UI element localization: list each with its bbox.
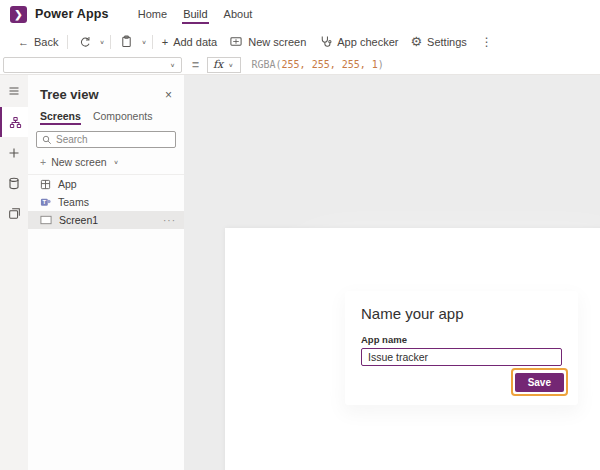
canvas-workspace: Name your app App name Save [184, 75, 600, 470]
search-icon [42, 135, 52, 145]
search-input[interactable] [56, 134, 170, 145]
logo-glyph: ❯ [14, 9, 22, 20]
tree-view-panel: Tree view × Screens Components + New scr… [28, 75, 184, 470]
fx-dropdown[interactable]: fx ∨ [207, 57, 241, 73]
paste-button[interactable] [114, 28, 140, 55]
clipboard-icon [120, 35, 134, 49]
tab-screens[interactable]: Screens [40, 110, 81, 125]
more-options-button[interactable]: ⋮ [473, 35, 501, 49]
app-checker-button[interactable]: App checker [312, 28, 404, 55]
app-name-field[interactable] [361, 348, 562, 366]
settings-button[interactable]: ⚙ Settings [404, 28, 472, 55]
insert-plus-icon[interactable] [0, 139, 28, 167]
menu-icon[interactable] [0, 77, 28, 105]
nav-build[interactable]: Build [182, 1, 208, 27]
stethoscope-icon [318, 35, 332, 49]
screen-icon [40, 215, 52, 225]
plus-icon: + [40, 156, 46, 168]
panel-header: Tree view × [28, 75, 184, 102]
new-screen-button[interactable]: New screen [223, 28, 312, 55]
new-screen-dropdown[interactable]: + New screen ∨ [28, 148, 184, 175]
dialog-title: Name your app [361, 305, 562, 322]
undo-dropdown-chevron[interactable]: ∨ [97, 38, 106, 44]
tab-components[interactable]: Components [93, 110, 153, 125]
search-box[interactable] [36, 131, 176, 148]
app-checker-label: App checker [337, 36, 398, 48]
tree-list: App T Teams Screen1 ··· [28, 175, 184, 229]
brand-title: Power Apps [35, 7, 109, 21]
add-data-button[interactable]: + Add data [156, 28, 223, 55]
property-chevron-icon: ∨ [168, 61, 177, 67]
top-nav: Home Build About [137, 1, 254, 27]
tree-item-label: App [58, 178, 77, 190]
new-screen-label: New screen [248, 36, 306, 48]
save-highlight-ring: Save [511, 368, 568, 396]
media-icon[interactable] [0, 199, 28, 227]
tree-view-icon[interactable] [0, 107, 28, 137]
property-selector[interactable]: ∨ [3, 57, 182, 73]
studio-body: Tree view × Screens Components + New scr… [0, 75, 600, 470]
tree-item-label: Teams [58, 196, 89, 208]
tree-row-app[interactable]: App [28, 175, 184, 193]
data-icon[interactable] [0, 169, 28, 197]
left-rail [0, 75, 28, 470]
formula-prefix: RGBA( [251, 59, 281, 70]
fx-chevron-icon: ∨ [226, 61, 235, 67]
tree-item-label: Screen1 [59, 214, 98, 226]
toolbar: ← Back ∨ ∨ + Add data New screen [0, 28, 600, 55]
formula-input[interactable]: RGBA(255, 255, 255, 1) [251, 59, 383, 70]
toolbar-divider [152, 35, 153, 49]
tree-row-teams[interactable]: T Teams [28, 193, 184, 211]
power-apps-studio: ❯ Power Apps Home Build About ← Back ∨ ∨ [0, 0, 600, 470]
teams-icon: T [40, 197, 51, 208]
power-apps-logo-icon: ❯ [10, 6, 27, 23]
settings-label: Settings [427, 36, 467, 48]
close-icon[interactable]: × [163, 88, 174, 102]
toolbar-divider [67, 35, 68, 49]
back-button[interactable]: ← Back [12, 28, 64, 55]
new-screen-label: New screen [51, 156, 106, 168]
back-label: Back [34, 36, 58, 48]
app-icon [40, 179, 51, 190]
nav-home[interactable]: Home [137, 1, 168, 27]
equals-sign: = [192, 58, 199, 72]
paste-dropdown-chevron[interactable]: ∨ [140, 38, 149, 44]
formula-numbers: 255, 255, 255, 1 [282, 59, 378, 70]
nav-about[interactable]: About [223, 1, 254, 27]
back-arrow-icon: ← [18, 36, 29, 48]
undo-icon [77, 35, 91, 49]
svg-text:T: T [42, 199, 46, 205]
save-button[interactable]: Save [515, 373, 564, 392]
new-screen-icon [229, 35, 243, 49]
row-more-button[interactable]: ··· [163, 215, 176, 226]
gear-icon: ⚙ [410, 35, 422, 48]
panel-tabs: Screens Components [28, 102, 184, 125]
fx-icon: fx [213, 58, 223, 71]
undo-button[interactable] [71, 28, 97, 55]
panel-title: Tree view [40, 87, 99, 102]
tree-row-screen1[interactable]: Screen1 ··· [28, 211, 184, 229]
name-app-dialog: Name your app App name Save [345, 291, 578, 405]
toolbar-divider [110, 35, 111, 49]
top-bar: ❯ Power Apps Home Build About [0, 0, 600, 28]
formula-bar: ∨ = fx ∨ RGBA(255, 255, 255, 1) [0, 55, 600, 75]
formula-suffix: ) [378, 59, 384, 70]
add-data-label: Add data [173, 36, 217, 48]
app-name-label: App name [361, 334, 562, 345]
plus-icon: + [162, 36, 168, 48]
chevron-down-icon: ∨ [112, 159, 121, 165]
